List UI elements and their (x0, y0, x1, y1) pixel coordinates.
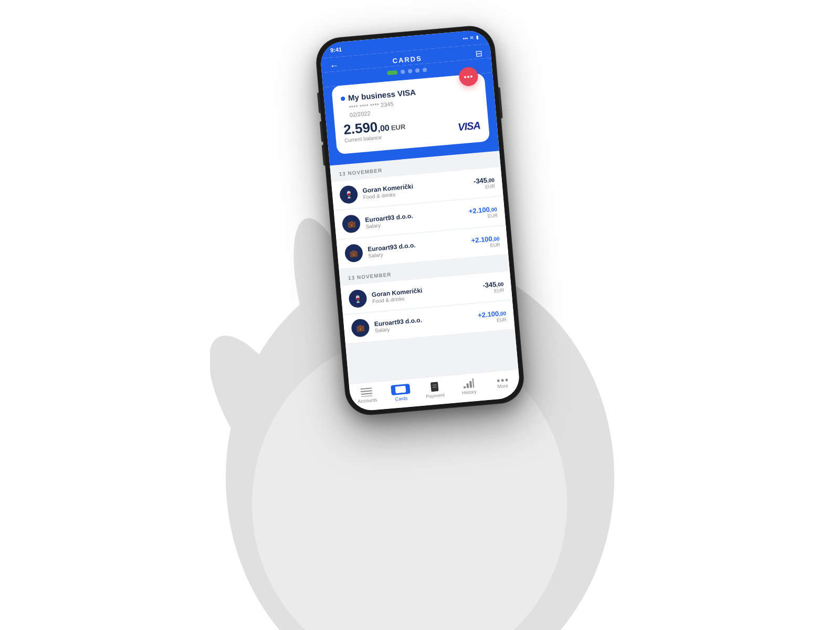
settings-icon[interactable]: ⊟ (475, 48, 483, 58)
nav-label-accounts: Accounts (358, 397, 377, 404)
dot-5[interactable] (423, 68, 427, 72)
nav-item-history[interactable]: History (455, 377, 482, 396)
cards-icon (395, 385, 406, 393)
transaction-info: Goran Komerički Food & drinks (371, 281, 478, 304)
card-section: ••• My business VISA **** **** **** 2345… (323, 72, 499, 166)
transaction-amount: -345,00 EUR (482, 279, 505, 294)
scene: 9:41 ▪▪▪ ≋ ▮ ← CARDS ⊟ (184, 26, 656, 604)
cards-nav-icon-bg (391, 383, 411, 395)
nav-label-cards: Cards (395, 395, 408, 402)
food-drinks-icon: 🍷 (344, 190, 353, 198)
menu-dots-icon: ••• (464, 72, 474, 80)
nav-label-history: History (461, 389, 477, 395)
signal-icon: ▪▪▪ (463, 36, 468, 41)
transaction-icon: 💼 (344, 244, 364, 263)
dot-3[interactable] (408, 69, 413, 74)
battery-icon: ▮ (476, 35, 479, 40)
nav-item-more[interactable]: More (489, 377, 516, 390)
phone-screen: 9:41 ▪▪▪ ≋ ▮ ← CARDS ⊟ (319, 29, 521, 412)
transaction-amount: +2.100,00 EUR (477, 309, 507, 324)
dot-1[interactable] (387, 70, 398, 76)
balance-decimal: ,00 (377, 123, 390, 133)
back-button[interactable]: ← (329, 60, 340, 71)
svg-rect-19 (472, 378, 474, 387)
svg-rect-16 (464, 386, 466, 388)
transaction-info: Goran Komerički Food & drinks (362, 177, 469, 200)
salary-icon: 💼 (349, 249, 358, 257)
page-title: CARDS (392, 55, 422, 65)
svg-point-21 (501, 379, 503, 382)
transaction-icon: 🍷 (339, 185, 359, 204)
salary-icon: 💼 (356, 324, 365, 332)
transaction-amount: +2.100,00 EUR (471, 234, 500, 249)
nav-item-cards[interactable]: Cards (387, 383, 415, 402)
nav-item-accounts[interactable]: Accounts (353, 387, 381, 404)
transaction-amount: +2.100,00 EUR (468, 205, 498, 220)
payment-icon (429, 381, 440, 392)
transaction-icon: 💼 (351, 318, 370, 338)
status-icons: ▪▪▪ ≋ ▮ (463, 35, 479, 41)
card-balance: 2.590,00EUR Current balance (343, 118, 406, 143)
status-time: 9:41 (330, 46, 342, 54)
svg-rect-9 (361, 393, 373, 395)
card-indicator-dot (341, 96, 345, 101)
phone: 9:41 ▪▪▪ ≋ ▮ ← CARDS ⊟ (314, 25, 525, 417)
wifi-icon: ≋ (470, 35, 475, 41)
salary-icon: 💼 (346, 219, 355, 228)
accounts-icon (361, 387, 373, 397)
transaction-info: Euroart93 d.o.o. Salary (368, 237, 467, 258)
credit-card: ••• My business VISA **** **** **** 2345… (331, 73, 490, 154)
svg-rect-18 (469, 381, 472, 388)
dot-2[interactable] (401, 69, 405, 74)
transaction-amount: -345,00 EUR (473, 175, 495, 190)
nav-item-payment[interactable]: Payment (421, 380, 449, 400)
visa-logo: VISA (457, 119, 481, 133)
nav-label-more: More (497, 383, 508, 390)
transaction-icon: 💼 (342, 214, 361, 234)
transactions-list: 13 NOVEMBER 🍷 Goran Komerički Food & dri… (330, 151, 518, 384)
food-drinks-icon: 🍷 (353, 295, 362, 303)
svg-point-20 (497, 379, 499, 382)
phone-wrapper: 9:41 ▪▪▪ ≋ ▮ ← CARDS ⊟ (314, 25, 525, 417)
transaction-icon: 🍷 (348, 289, 368, 308)
svg-rect-7 (361, 387, 372, 390)
svg-rect-17 (466, 383, 469, 388)
dot-4[interactable] (415, 68, 420, 73)
nav-label-payment: Payment (426, 392, 445, 399)
balance-currency: EUR (391, 123, 406, 132)
history-icon (463, 378, 474, 388)
transaction-info: Euroart93 d.o.o. Salary (374, 311, 473, 333)
transaction-info: Euroart93 d.o.o. Salary (365, 207, 464, 229)
svg-rect-8 (361, 390, 372, 392)
svg-point-22 (505, 379, 508, 381)
svg-rect-10 (361, 395, 373, 397)
more-icon (497, 379, 507, 383)
